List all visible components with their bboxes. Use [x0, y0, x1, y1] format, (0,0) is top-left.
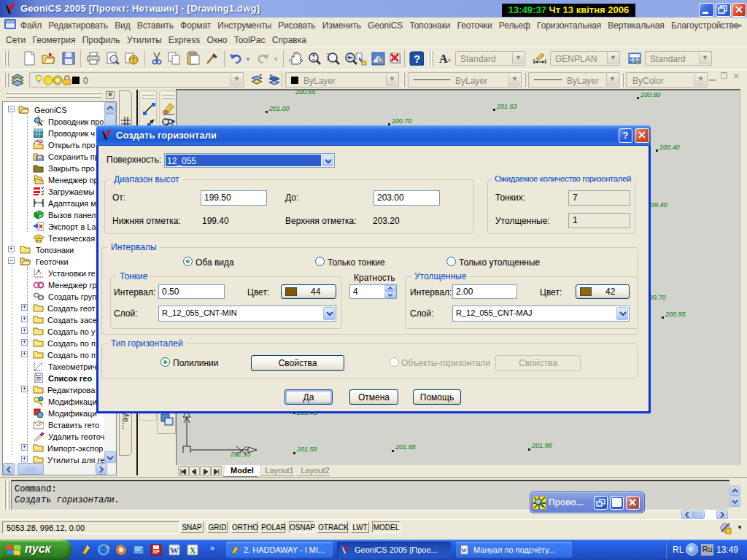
- svg-text:X: X: [190, 545, 196, 556]
- svg-text:W: W: [461, 548, 467, 554]
- svg-text:A: A: [439, 52, 448, 65]
- svg-text:?: ?: [414, 52, 420, 65]
- svg-text:W: W: [170, 545, 179, 556]
- svg-text:XP: XP: [152, 549, 160, 554]
